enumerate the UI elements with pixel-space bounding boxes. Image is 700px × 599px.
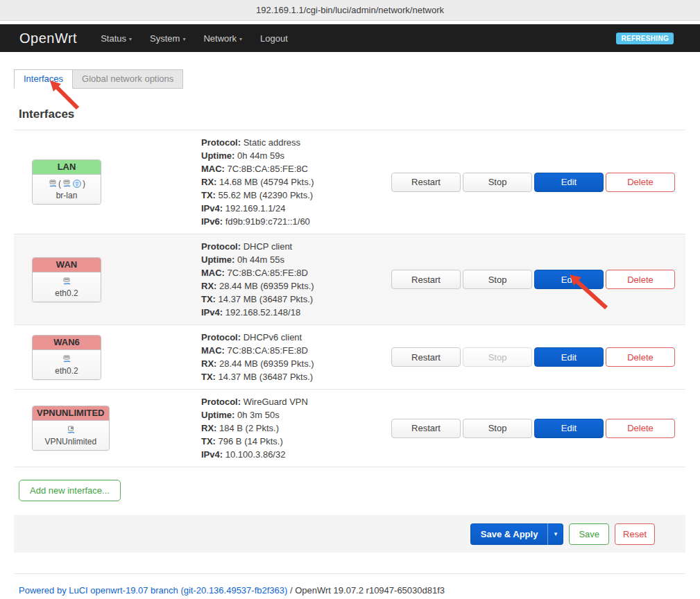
interface-detail: RX: 184 B (2 Pkts.) — [201, 422, 377, 435]
nav-menu-status-label: Status — [101, 33, 126, 44]
interface-status-box: WAN6 eth0.2 — [32, 335, 101, 380]
save-button[interactable]: Save — [569, 523, 609, 545]
stop-button[interactable]: Stop — [463, 419, 532, 438]
ethernet-icon — [62, 354, 71, 364]
interface-detail: Protocol: WireGuard VPN — [201, 395, 377, 408]
interface-box-body: br-lan — [33, 175, 101, 204]
interface-device-label: eth0.2 — [37, 288, 96, 298]
delete-button[interactable]: Delete — [606, 173, 675, 192]
paren-close — [83, 179, 85, 189]
interface-box-body: eth0.2 — [33, 272, 101, 302]
interface-actions: Restart Stop Edit Delete — [377, 419, 685, 438]
interface-status-cell: VPNUNLIMITED VPNUnlimited — [14, 406, 201, 451]
interface-status-box: WAN eth0.2 — [32, 257, 101, 302]
interface-actions: Restart Stop Edit Delete — [377, 270, 685, 289]
chevron-down-icon: ▾ — [129, 36, 132, 42]
interface-detail: Protocol: DHCP client — [201, 240, 377, 253]
delete-button[interactable]: Delete — [606, 347, 675, 367]
add-new-interface-button[interactable]: Add new interface... — [19, 480, 121, 501]
interface-name-badge: VPNUNLIMITED — [33, 406, 109, 421]
interface-detail: TX: 55.62 MB (42390 Pkts.) — [201, 189, 377, 202]
interface-icons — [37, 275, 96, 288]
wifi-icon — [72, 179, 82, 189]
nav-menu-logout[interactable]: Logout — [260, 33, 288, 44]
restart-button[interactable]: Restart — [391, 419, 461, 438]
interface-row-wan6: WAN6 eth0.2 Protocol: DHCPv6 clientMAC: … — [14, 325, 685, 390]
refreshing-badge: REFRESHING — [616, 33, 674, 44]
tunnel-icon — [66, 425, 76, 435]
restart-button[interactable]: Restart — [391, 270, 461, 289]
tab-global-network-options[interactable]: Global network options — [73, 69, 183, 89]
interface-detail: IPv4: 10.100.3.86/32 — [201, 448, 377, 461]
interface-status-box: VPNUNLIMITED VPNUnlimited — [32, 406, 110, 451]
restart-button[interactable]: Restart — [391, 173, 461, 192]
nav-menu-network[interactable]: Network ▾ — [203, 33, 242, 44]
interface-details: Protocol: DHCPv6 clientMAC: 7C:8B:CA:85:… — [201, 331, 377, 383]
stop-button[interactable]: Stop — [463, 347, 532, 367]
interface-detail: IPv6: fd9b:91b9:c721::1/60 — [201, 215, 377, 228]
browser-url-bar[interactable]: 192.169.1.1/cgi-bin/luci/admin/network/n… — [0, 0, 700, 21]
interface-detail: RX: 28.44 MB (69359 Pkts.) — [201, 279, 377, 293]
interface-name-badge: LAN — [33, 160, 101, 175]
nav-menu-system[interactable]: System ▾ — [150, 33, 185, 44]
footer: Powered by LuCI openwrt-19.07 branch (gi… — [14, 573, 685, 596]
interface-detail: MAC: 7C:8B:CA:85:FE:8D — [201, 344, 377, 357]
interface-icons — [37, 353, 96, 365]
add-row: Add new interface... — [14, 467, 685, 515]
interface-detail: Protocol: Static address — [201, 136, 377, 149]
chevron-down-icon: ▾ — [554, 530, 558, 537]
interface-detail: TX: 14.37 MB (36487 Pkts.) — [201, 370, 377, 383]
interface-details: Protocol: WireGuard VPNUptime: 0h 3m 50s… — [201, 395, 377, 461]
form-action-strip: Save & Apply ▾ Save Reset — [14, 515, 685, 553]
stop-button[interactable]: Stop — [463, 173, 532, 192]
interface-details: Protocol: DHCP clientUptime: 0h 44m 55sM… — [201, 240, 377, 319]
interface-detail: Uptime: 0h 44m 55s — [201, 253, 377, 266]
save-apply-split-button: Save & Apply ▾ — [470, 523, 564, 545]
interface-detail: RX: 14.68 MB (45794 Pkts.) — [201, 175, 377, 189]
nav-menu-status[interactable]: Status ▾ — [101, 33, 132, 44]
interface-detail: TX: 796 B (14 Pkts.) — [201, 435, 377, 448]
chevron-down-icon: ▾ — [239, 36, 242, 42]
chevron-down-icon: ▾ — [182, 36, 185, 42]
interface-actions: Restart Stop Edit Delete — [377, 173, 685, 192]
interface-icons — [37, 177, 96, 190]
stop-button[interactable]: Stop — [463, 270, 532, 289]
url-text: 192.169.1.1/cgi-bin/luci/admin/network/n… — [256, 5, 444, 15]
edit-button[interactable]: Edit — [534, 347, 604, 367]
interface-actions: Restart Stop Edit Delete — [377, 347, 685, 367]
tab-bar: Interfaces Global network options — [14, 69, 685, 89]
interface-name-badge: WAN6 — [33, 336, 101, 350]
main-content: Interfaces Global network options Interf… — [0, 52, 700, 596]
interface-detail: MAC: 7C:8B:CA:85:FE:8D — [201, 266, 377, 279]
interface-device-label: eth0.2 — [37, 366, 96, 376]
interface-table: LAN br-lan Protocol: Static addressUptim… — [14, 130, 685, 467]
ethernet-icon — [62, 179, 71, 189]
delete-button[interactable]: Delete — [606, 270, 675, 289]
luci-footer-link[interactable]: Powered by LuCI openwrt-19.07 branch (gi… — [19, 585, 287, 596]
interface-box-body: eth0.2 — [33, 350, 101, 379]
edit-button[interactable]: Edit — [534, 173, 604, 192]
interface-detail: TX: 14.37 MB (36487 Pkts.) — [201, 293, 377, 306]
ethernet-icon — [48, 179, 58, 189]
navbar: OpenWrt Status ▾ System ▾ Network ▾ Logo… — [0, 24, 700, 52]
interface-row-wan: WAN eth0.2 Protocol: DHCP clientUptime: … — [14, 234, 685, 325]
interface-device-label: br-lan — [37, 191, 96, 200]
tab-interfaces[interactable]: Interfaces — [14, 69, 73, 89]
interface-details: Protocol: Static addressUptime: 0h 44m 5… — [201, 136, 377, 228]
edit-button[interactable]: Edit — [534, 270, 604, 289]
interface-status-cell: WAN eth0.2 — [14, 257, 201, 302]
footer-version-text: / OpenWrt 19.07.2 r10947-65030d81f3 — [287, 585, 445, 596]
interface-detail: Uptime: 0h 3m 50s — [201, 408, 377, 422]
delete-button[interactable]: Delete — [606, 419, 675, 438]
restart-button[interactable]: Restart — [391, 347, 461, 367]
page-title: Interfaces — [19, 107, 685, 121]
interface-icons — [37, 424, 105, 436]
nav-menu-system-label: System — [150, 33, 180, 44]
reset-button[interactable]: Reset — [615, 523, 655, 545]
paren-open — [58, 179, 61, 189]
interface-row-lan: LAN br-lan Protocol: Static addressUptim… — [14, 130, 685, 234]
ethernet-icon — [62, 277, 71, 286]
edit-button[interactable]: Edit — [534, 419, 604, 438]
save-apply-button[interactable]: Save & Apply — [470, 523, 549, 545]
save-apply-dropdown-toggle[interactable]: ▾ — [548, 523, 563, 545]
